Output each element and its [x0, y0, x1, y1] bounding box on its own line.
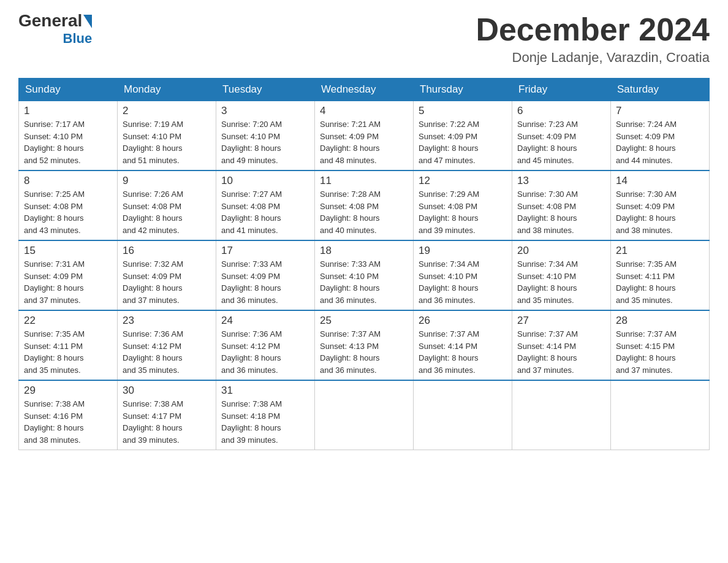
page-header: General Blue December 2024 Donje Ladanje…: [18, 12, 710, 66]
day-number: 29: [24, 385, 112, 397]
day-number: 30: [123, 385, 211, 397]
calendar-cell: 18 Sunrise: 7:33 AMSunset: 4:10 PMDaylig…: [315, 240, 414, 310]
day-number: 19: [419, 245, 507, 257]
day-info: Sunrise: 7:37 AMSunset: 4:15 PMDaylight:…: [616, 328, 704, 376]
calendar-cell: [512, 380, 611, 450]
day-info: Sunrise: 7:27 AMSunset: 4:08 PMDaylight:…: [221, 188, 309, 236]
subtitle: Donje Ladanje, Varazdin, Croatia: [476, 50, 710, 66]
day-info: Sunrise: 7:34 AMSunset: 4:10 PMDaylight:…: [517, 258, 605, 306]
day-number: 18: [320, 245, 408, 257]
day-number: 26: [419, 315, 507, 327]
day-info: Sunrise: 7:28 AMSunset: 4:08 PMDaylight:…: [320, 188, 408, 236]
calendar-cell: 2 Sunrise: 7:19 AMSunset: 4:10 PMDayligh…: [118, 101, 216, 171]
day-number: 14: [616, 175, 704, 187]
day-info: Sunrise: 7:31 AMSunset: 4:09 PMDaylight:…: [24, 258, 112, 306]
day-number: 8: [24, 175, 112, 187]
calendar-cell: 30 Sunrise: 7:38 AMSunset: 4:17 PMDaylig…: [118, 380, 216, 450]
day-number: 28: [616, 315, 704, 327]
calendar-header-friday: Friday: [512, 79, 611, 101]
calendar-cell: 29 Sunrise: 7:38 AMSunset: 4:16 PMDaylig…: [19, 380, 118, 450]
logo: General Blue: [18, 12, 92, 47]
day-info: Sunrise: 7:34 AMSunset: 4:10 PMDaylight:…: [419, 258, 507, 306]
calendar-week-row: 8 Sunrise: 7:25 AMSunset: 4:08 PMDayligh…: [19, 170, 710, 240]
calendar-cell: 16 Sunrise: 7:32 AMSunset: 4:09 PMDaylig…: [118, 240, 216, 310]
day-number: 17: [221, 245, 309, 257]
day-info: Sunrise: 7:33 AMSunset: 4:09 PMDaylight:…: [221, 258, 309, 306]
calendar-cell: 1 Sunrise: 7:17 AMSunset: 4:10 PMDayligh…: [19, 101, 118, 171]
day-info: Sunrise: 7:17 AMSunset: 4:10 PMDaylight:…: [24, 118, 112, 166]
calendar-header-row: SundayMondayTuesdayWednesdayThursdayFrid…: [19, 79, 710, 101]
calendar-cell: 20 Sunrise: 7:34 AMSunset: 4:10 PMDaylig…: [512, 240, 611, 310]
title-section: December 2024 Donje Ladanje, Varazdin, C…: [476, 12, 710, 66]
day-info: Sunrise: 7:35 AMSunset: 4:11 PMDaylight:…: [24, 328, 112, 376]
calendar-cell: 13 Sunrise: 7:30 AMSunset: 4:08 PMDaylig…: [512, 170, 611, 240]
calendar-cell: 8 Sunrise: 7:25 AMSunset: 4:08 PMDayligh…: [19, 170, 118, 240]
day-info: Sunrise: 7:24 AMSunset: 4:09 PMDaylight:…: [616, 118, 704, 166]
calendar-cell: 12 Sunrise: 7:29 AMSunset: 4:08 PMDaylig…: [414, 170, 512, 240]
day-info: Sunrise: 7:32 AMSunset: 4:09 PMDaylight:…: [123, 258, 211, 306]
calendar-header-saturday: Saturday: [611, 79, 710, 101]
day-info: Sunrise: 7:33 AMSunset: 4:10 PMDaylight:…: [320, 258, 408, 306]
calendar-cell: 10 Sunrise: 7:27 AMSunset: 4:08 PMDaylig…: [216, 170, 315, 240]
calendar-cell: [414, 380, 512, 450]
day-info: Sunrise: 7:21 AMSunset: 4:09 PMDaylight:…: [320, 118, 408, 166]
day-number: 9: [123, 175, 211, 187]
calendar-cell: 27 Sunrise: 7:37 AMSunset: 4:14 PMDaylig…: [512, 310, 611, 380]
calendar-cell: 7 Sunrise: 7:24 AMSunset: 4:09 PMDayligh…: [611, 101, 710, 171]
day-number: 4: [320, 105, 408, 117]
calendar-cell: 5 Sunrise: 7:22 AMSunset: 4:09 PMDayligh…: [414, 101, 512, 171]
day-info: Sunrise: 7:37 AMSunset: 4:13 PMDaylight:…: [320, 328, 408, 376]
day-number: 11: [320, 175, 408, 187]
day-info: Sunrise: 7:38 AMSunset: 4:16 PMDaylight:…: [24, 398, 112, 446]
calendar-cell: 22 Sunrise: 7:35 AMSunset: 4:11 PMDaylig…: [19, 310, 118, 380]
day-number: 27: [517, 315, 605, 327]
calendar-header-wednesday: Wednesday: [315, 79, 414, 101]
day-number: 20: [517, 245, 605, 257]
calendar-header-tuesday: Tuesday: [216, 79, 315, 101]
calendar-cell: 31 Sunrise: 7:38 AMSunset: 4:18 PMDaylig…: [216, 380, 315, 450]
calendar-cell: 9 Sunrise: 7:26 AMSunset: 4:08 PMDayligh…: [118, 170, 216, 240]
calendar-week-row: 22 Sunrise: 7:35 AMSunset: 4:11 PMDaylig…: [19, 310, 710, 380]
day-info: Sunrise: 7:25 AMSunset: 4:08 PMDaylight:…: [24, 188, 112, 236]
day-info: Sunrise: 7:30 AMSunset: 4:08 PMDaylight:…: [517, 188, 605, 236]
day-number: 10: [221, 175, 309, 187]
calendar-cell: 28 Sunrise: 7:37 AMSunset: 4:15 PMDaylig…: [611, 310, 710, 380]
main-title: December 2024: [476, 12, 710, 47]
day-info: Sunrise: 7:22 AMSunset: 4:09 PMDaylight:…: [419, 118, 507, 166]
calendar-cell: 24 Sunrise: 7:36 AMSunset: 4:12 PMDaylig…: [216, 310, 315, 380]
day-number: 23: [123, 315, 211, 327]
calendar-cell: 17 Sunrise: 7:33 AMSunset: 4:09 PMDaylig…: [216, 240, 315, 310]
calendar-header-thursday: Thursday: [414, 79, 512, 101]
calendar-cell: [315, 380, 414, 450]
day-info: Sunrise: 7:38 AMSunset: 4:18 PMDaylight:…: [221, 398, 309, 446]
day-info: Sunrise: 7:20 AMSunset: 4:10 PMDaylight:…: [221, 118, 309, 166]
calendar-cell: 25 Sunrise: 7:37 AMSunset: 4:13 PMDaylig…: [315, 310, 414, 380]
day-info: Sunrise: 7:35 AMSunset: 4:11 PMDaylight:…: [616, 258, 704, 306]
day-info: Sunrise: 7:29 AMSunset: 4:08 PMDaylight:…: [419, 188, 507, 236]
calendar-cell: 11 Sunrise: 7:28 AMSunset: 4:08 PMDaylig…: [315, 170, 414, 240]
calendar-week-row: 1 Sunrise: 7:17 AMSunset: 4:10 PMDayligh…: [19, 101, 710, 171]
calendar-table: SundayMondayTuesdayWednesdayThursdayFrid…: [18, 78, 710, 450]
calendar-cell: 3 Sunrise: 7:20 AMSunset: 4:10 PMDayligh…: [216, 101, 315, 171]
day-info: Sunrise: 7:36 AMSunset: 4:12 PMDaylight:…: [123, 328, 211, 376]
logo-blue: Blue: [63, 31, 93, 47]
day-number: 6: [517, 105, 605, 117]
calendar-cell: 26 Sunrise: 7:37 AMSunset: 4:14 PMDaylig…: [414, 310, 512, 380]
day-number: 31: [221, 385, 309, 397]
calendar-cell: 4 Sunrise: 7:21 AMSunset: 4:09 PMDayligh…: [315, 101, 414, 171]
day-info: Sunrise: 7:26 AMSunset: 4:08 PMDaylight:…: [123, 188, 211, 236]
calendar-week-row: 15 Sunrise: 7:31 AMSunset: 4:09 PMDaylig…: [19, 240, 710, 310]
calendar-cell: 19 Sunrise: 7:34 AMSunset: 4:10 PMDaylig…: [414, 240, 512, 310]
calendar-header-monday: Monday: [118, 79, 216, 101]
day-info: Sunrise: 7:30 AMSunset: 4:09 PMDaylight:…: [616, 188, 704, 236]
calendar-cell: 21 Sunrise: 7:35 AMSunset: 4:11 PMDaylig…: [611, 240, 710, 310]
day-number: 13: [517, 175, 605, 187]
day-number: 16: [123, 245, 211, 257]
day-number: 2: [123, 105, 211, 117]
day-info: Sunrise: 7:37 AMSunset: 4:14 PMDaylight:…: [517, 328, 605, 376]
calendar-cell: 23 Sunrise: 7:36 AMSunset: 4:12 PMDaylig…: [118, 310, 216, 380]
day-number: 1: [24, 105, 112, 117]
day-number: 3: [221, 105, 309, 117]
calendar-cell: 15 Sunrise: 7:31 AMSunset: 4:09 PMDaylig…: [19, 240, 118, 310]
logo-triangle-icon: [83, 15, 92, 28]
